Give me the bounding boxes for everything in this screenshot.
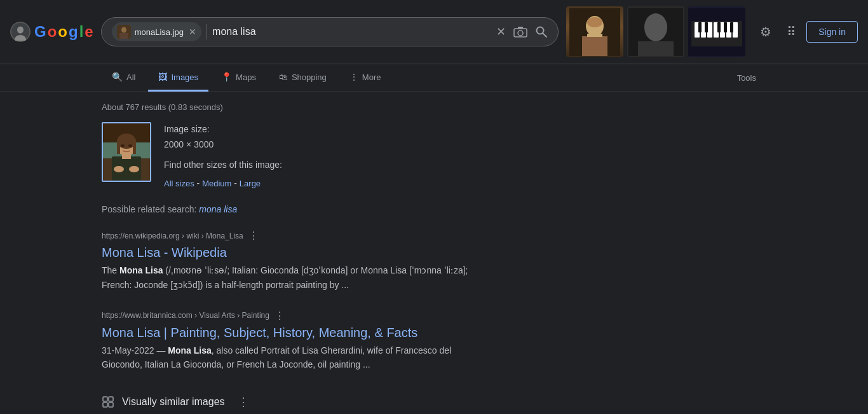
svg-rect-40 [117,141,120,154]
camera-icon[interactable] [513,26,527,38]
tab-more[interactable]: ⋮ More [339,64,391,92]
logo-letter-l: l [79,23,84,41]
tab-maps-label: Maps [236,72,256,82]
svg-rect-27 [733,22,738,38]
google-logo[interactable]: Google [10,22,93,42]
tools-button[interactable]: Tools [727,66,766,90]
tab-all[interactable]: 🔍 All [102,64,146,92]
shopping-icon: 🛍 [279,72,288,82]
maps-icon: 📍 [221,72,232,82]
size-link-large[interactable]: Large [240,179,261,188]
sign-in-button[interactable]: Sign in [806,21,858,43]
related-search-link[interactable]: mona lisa [199,204,237,214]
header-thumb-photo [627,6,684,57]
header: Google monaLisa.jpg ✕ ✕ [0,0,868,64]
svg-rect-29 [705,22,708,32]
svg-point-42 [121,144,125,147]
result-snippet-wikipedia: The Mona Lisa (/ˌmoʊnə ˈliːsə/; Italian:… [102,263,470,292]
logo-letter-g: G [34,23,46,41]
svg-rect-31 [724,22,727,32]
apps-grid-button[interactable]: ⠿ [782,19,801,45]
svg-rect-8 [518,27,523,29]
chip-label: monaLisa.jpg [135,27,184,37]
clear-search-icon[interactable]: ✕ [496,25,506,39]
thumb-mona-inner [566,6,623,57]
image-size-label: Image size: 2000 × 3000 [164,122,282,153]
find-other-sizes: Find other sizes of this image: All size… [164,158,282,192]
logo-letter-g2: g [69,23,78,41]
search-image-preview [102,122,151,182]
chip-close-button[interactable]: ✕ [189,27,196,37]
nav-tabs: 🔍 All 🖼 Images 📍 Maps 🛍 Shopping ⋮ More … [0,64,868,92]
size-link-medium[interactable]: Medium [202,179,231,188]
main-content: About 767 results (0.83 seconds) [0,92,572,414]
svg-point-44 [114,166,124,172]
similar-options-button[interactable]: ⋮ [238,395,249,409]
search-input[interactable] [212,26,491,38]
svg-rect-15 [587,34,602,37]
svg-rect-23 [707,22,712,38]
svg-point-17 [644,13,667,41]
svg-rect-41 [133,141,136,154]
search-action-icons: ✕ [496,25,548,39]
image-info-box: Image size: 2000 × 3000 Find other sizes… [102,122,470,191]
svg-rect-32 [730,22,733,32]
logo-letter-e: e [85,23,93,41]
svg-point-7 [518,31,523,36]
header-thumb-piano [688,6,745,57]
logo-letter-o1: o [48,23,57,41]
size-links: All sizes - Medium - Large [164,176,282,191]
svg-rect-18 [638,41,674,56]
search-icon: 🔍 [112,72,123,82]
search-submit-icon[interactable] [535,25,548,38]
search-divider [207,24,207,39]
svg-rect-46 [103,397,107,401]
related-search: Possible related search: mona lisa [102,204,470,214]
header-image-previews [566,6,745,57]
logo-letter-o2: o [58,23,67,41]
more-dots-icon: ⋮ [349,72,358,82]
svg-rect-5 [119,33,128,39]
svg-point-43 [128,144,132,147]
settings-button[interactable]: ⚙ [755,19,776,45]
search-bar: monaLisa.jpg ✕ ✕ [101,17,559,46]
logo-avatar [10,22,31,42]
result-title-wikipedia[interactable]: Mona Lisa - Wikipedia [102,244,470,261]
images-icon: 🖼 [158,72,167,82]
svg-point-45 [129,166,139,172]
tab-shopping-label: Shopping [292,72,327,82]
result-title-britannica[interactable]: Mona Lisa | Painting, Subject, History, … [102,324,470,341]
svg-rect-49 [109,403,113,407]
header-right: ⚙ ⠿ Sign in [755,19,858,45]
svg-rect-47 [109,397,113,401]
size-link-all[interactable]: All sizes [164,179,194,188]
search-result-britannica: https://www.britannica.com › Visual Arts… [102,310,470,372]
results-summary: About 767 results (0.83 seconds) [102,102,470,112]
svg-rect-48 [103,403,107,407]
result-url-wikipedia: https://en.wikipedia.org › wiki › Mona_L… [102,230,470,242]
tab-images-label: Images [171,72,198,82]
svg-rect-13 [582,36,607,56]
visually-similar-label: Visually similar images [122,396,225,408]
thumb-photo-inner [627,6,684,57]
tab-more-label: More [362,72,381,82]
svg-rect-28 [698,22,702,32]
svg-rect-30 [717,22,721,32]
result-options-button-britannica[interactable]: ⋮ [275,310,285,322]
tab-all-label: All [126,72,135,82]
tab-maps[interactable]: 📍 Maps [211,64,266,92]
header-thumb-mona [566,6,623,57]
result-snippet-britannica: 31-May-2022 — Mona Lisa, also called Por… [102,343,470,372]
search-result-wikipedia: https://en.wikipedia.org › wiki › Mona_L… [102,230,470,292]
search-image-chip[interactable]: monaLisa.jpg ✕ [112,22,201,41]
visually-similar-section: Visually similar images ⋮ [102,390,470,409]
svg-point-14 [587,17,602,27]
result-options-button-wikipedia[interactable]: ⋮ [248,230,259,242]
result-url-britannica: https://www.britannica.com › Visual Arts… [102,310,470,322]
tab-shopping[interactable]: 🛍 Shopping [269,64,337,92]
mona-lisa-preview-svg [103,123,150,181]
tab-images[interactable]: 🖼 Images [148,64,208,92]
chip-thumbnail [117,25,131,39]
svg-point-1 [17,27,24,34]
image-details: Image size: 2000 × 3000 Find other sizes… [164,122,282,191]
